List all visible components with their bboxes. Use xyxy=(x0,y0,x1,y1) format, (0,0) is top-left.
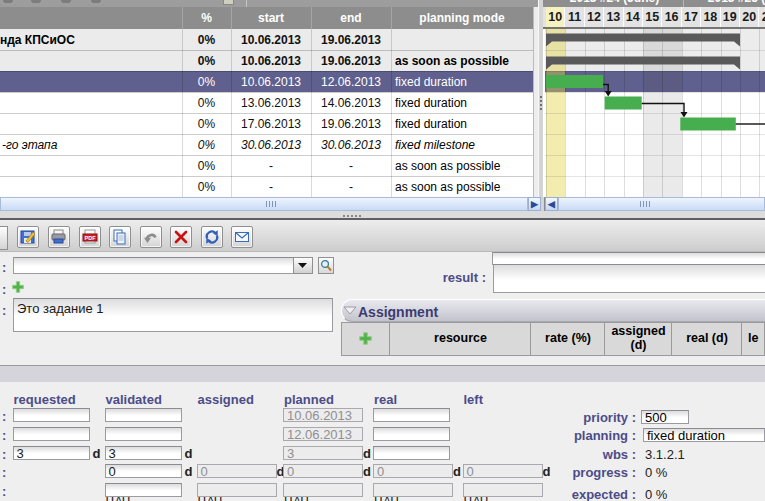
svg-text:PDF: PDF xyxy=(84,235,96,241)
